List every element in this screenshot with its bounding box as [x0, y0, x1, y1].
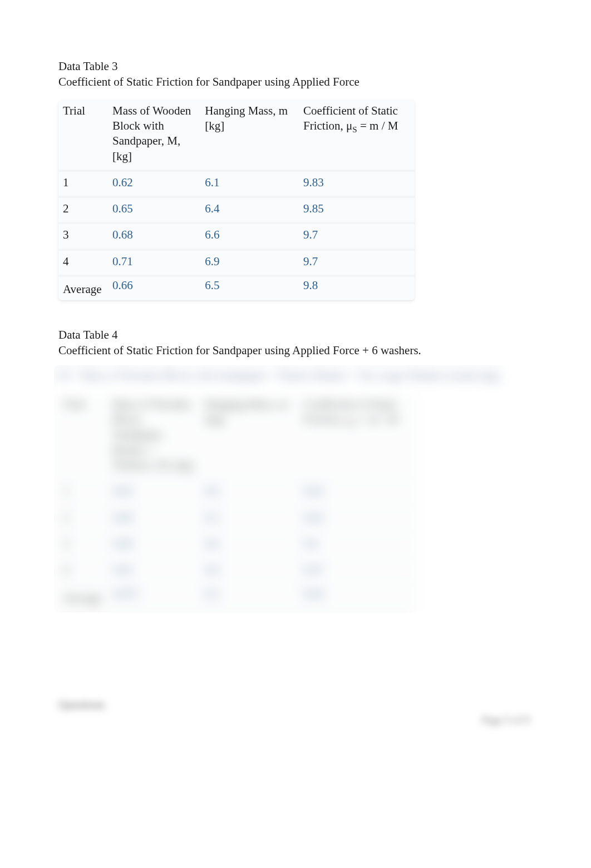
coeff-cell: 9.6	[299, 531, 415, 557]
table4-header-mass-block: Mass of Wooden Block, Sandpaper, Beaker …	[108, 394, 200, 478]
table-row: 2 0.86 8.3 9.65	[58, 505, 415, 531]
table4-header-trial: Trial	[58, 394, 108, 478]
hanging-mass-cell: 6.1	[200, 170, 299, 196]
table3: Trial Mass of Wooden Block with Sandpape…	[58, 100, 415, 300]
avg-hanging-mass: 8.5	[200, 583, 299, 609]
table-row: 2 0.65 6.4 9.85	[58, 196, 415, 222]
coeff-sub: S	[352, 125, 357, 134]
table-row: 3 0.68 6.6 9.7	[58, 222, 415, 248]
table-row: 4 0.92 8.9 9.67	[58, 557, 415, 583]
table4-title: Data Table 4 Coefficient of Static Frict…	[58, 327, 533, 359]
coeff-cell: 9.85	[299, 196, 415, 222]
hanging-mass-cell: 8.6	[200, 531, 299, 557]
hanging-mass-cell: 6.6	[200, 222, 299, 248]
mass-block-cell: 0.62	[108, 170, 200, 196]
table3-header-coeff: Coefficient of Static Friction, μS = m /…	[299, 100, 415, 170]
coeff-cell: 9.63	[299, 478, 415, 504]
trial-cell: 2	[58, 196, 108, 222]
trial-cell: 4	[58, 557, 108, 583]
table3-title-line2: Coefficient of Static Friction for Sandp…	[58, 74, 533, 90]
mass-block-cell: 0.68	[108, 222, 200, 248]
mass-block-cell: 0.71	[108, 249, 200, 275]
trial-cell: 3	[58, 531, 108, 557]
trial-cell: 3	[58, 222, 108, 248]
table4: Trial Mass of Wooden Block, Sandpaper, B…	[58, 394, 415, 609]
avg-hanging-mass: 6.5	[200, 275, 299, 300]
table-row: 3 0.89 8.6 9.6	[58, 531, 415, 557]
hanging-mass-cell: 8.0	[200, 478, 299, 504]
hanging-mass-cell: 8.3	[200, 505, 299, 531]
table3-header-mass-block: Mass of Wooden Block with Sandpaper, M, …	[108, 100, 200, 170]
average-label: Average	[58, 583, 108, 609]
trial-cell: 2	[58, 505, 108, 531]
avg-mass-block: 0.875	[108, 583, 200, 609]
coeff-cell: 9.65	[299, 505, 415, 531]
page-footer: Page 5 of 9	[482, 714, 530, 726]
mass-block-cell: 0.65	[108, 196, 200, 222]
table4-m-line: M = Mass of Wooden Block with Sandpaper …	[58, 369, 533, 383]
hanging-mass-cell: 8.9	[200, 557, 299, 583]
trial-cell: 1	[58, 478, 108, 504]
avg-coeff: 9.8	[299, 275, 415, 300]
trial-cell: 4	[58, 249, 108, 275]
document-page: Data Table 3 Coefficient of Static Frict…	[0, 0, 591, 712]
table3-title: Data Table 3 Coefficient of Static Frict…	[58, 58, 533, 90]
average-label: Average	[58, 275, 108, 300]
coeff-sub: S	[352, 419, 357, 428]
questions-heading: Questions	[58, 698, 533, 712]
avg-mass-block: 0.66	[108, 275, 200, 300]
coeff-cell: 9.67	[299, 557, 415, 583]
table-row: 1 0.83 8.0 9.63	[58, 478, 415, 504]
table3-average-row: Average 0.66 6.5 9.8	[58, 275, 415, 300]
mass-block-cell: 0.92	[108, 557, 200, 583]
table-row: 1 0.62 6.1 9.83	[58, 170, 415, 196]
table3-title-line1: Data Table 3	[58, 58, 533, 74]
table4-title-line2: Coefficient of Static Friction for Sandp…	[58, 343, 533, 358]
table3-header-hanging-mass: Hanging Mass, m [kg]	[200, 100, 299, 170]
table4-average-row: Average 0.875 8.5 9.64	[58, 583, 415, 609]
coeff-suffix: = m / M	[357, 413, 398, 426]
mass-block-cell: 0.86	[108, 505, 200, 531]
hanging-mass-cell: 6.4	[200, 196, 299, 222]
table4-title-line1: Data Table 4	[58, 327, 533, 343]
avg-coeff: 9.64	[299, 583, 415, 609]
mass-block-cell: 0.89	[108, 531, 200, 557]
table-row: 4 0.71 6.9 9.7	[58, 249, 415, 275]
table4-header-hanging-mass: Hanging Mass, m [kg]	[200, 394, 299, 478]
coeff-cell: 9.7	[299, 222, 415, 248]
table3-header-trial: Trial	[58, 100, 108, 170]
hanging-mass-cell: 6.9	[200, 249, 299, 275]
blurred-content: M = Mass of Wooden Block with Sandpaper …	[58, 369, 533, 609]
mass-block-cell: 0.83	[108, 478, 200, 504]
table4-header-coeff: Coefficient of Static Friction, μS = m /…	[299, 394, 415, 478]
coeff-suffix: = m / M	[357, 119, 398, 132]
coeff-cell: 9.83	[299, 170, 415, 196]
trial-cell: 1	[58, 170, 108, 196]
coeff-cell: 9.7	[299, 249, 415, 275]
